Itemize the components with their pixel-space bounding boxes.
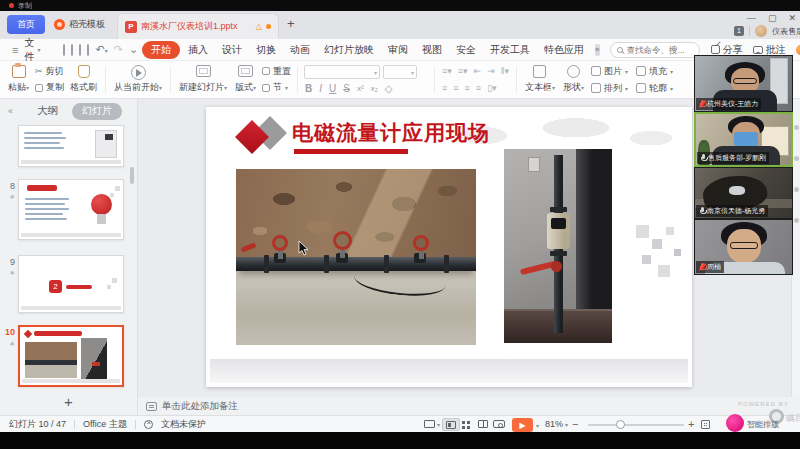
align-right-icon[interactable]: ≡ <box>465 83 470 93</box>
rail-icon[interactable] <box>794 156 799 161</box>
close-button[interactable]: ✕ <box>788 13 796 23</box>
theme-name[interactable]: Office 主题 <box>83 418 127 431</box>
shapes-button[interactable]: 形状▾ <box>559 63 588 96</box>
columns-icon[interactable]: ▯▾ <box>487 83 496 93</box>
home-tab[interactable]: 首页 <box>7 15 45 34</box>
numbering-icon[interactable]: ≡▾ <box>458 66 468 76</box>
clear-format-icon[interactable]: ◇ <box>385 83 393 94</box>
more-tabs-icon[interactable]: » <box>595 44 599 56</box>
rail-icon[interactable] <box>794 125 799 130</box>
arrange-button[interactable]: 排列▾ <box>591 82 628 95</box>
ribbon-tab-animations[interactable]: 动画 <box>284 41 316 59</box>
strikethrough-button[interactable]: S <box>343 83 350 94</box>
rail-icon[interactable] <box>794 187 799 192</box>
justify-icon[interactable]: ≡ <box>476 83 481 93</box>
textbox-button[interactable]: 文本框▾ <box>521 63 559 96</box>
photo-outdoor-pipeline[interactable] <box>236 169 476 345</box>
slide-thumbnail-8[interactable] <box>18 179 124 240</box>
maximize-button[interactable]: ▢ <box>768 13 777 23</box>
ribbon-tab-home[interactable]: 开始 <box>142 41 180 59</box>
bullets-icon[interactable]: ≡▾ <box>442 66 452 76</box>
outline-tab[interactable]: 大纲 <box>37 104 58 118</box>
outline-button[interactable]: 轮廓▾ <box>636 82 673 95</box>
ribbon-tab-view[interactable]: 视图 <box>416 41 448 59</box>
projector-button[interactable] <box>493 416 505 432</box>
slide-thumbnail-9[interactable]: 2 <box>18 255 124 313</box>
zoom-level[interactable]: 81%▾ <box>545 416 568 432</box>
ribbon-tab-devtools[interactable]: 开发工具 <box>484 41 536 59</box>
ribbon-tab-insert[interactable]: 插入 <box>182 41 214 59</box>
collapse-panel-icon[interactable]: « <box>8 106 13 116</box>
underline-button[interactable]: U <box>329 83 336 94</box>
bold-button[interactable]: B <box>305 83 312 94</box>
redo-icon[interactable]: ↷ <box>114 43 123 56</box>
rail-icon[interactable] <box>794 218 799 223</box>
participant-video-1[interactable]: 杭州美仪-王皓力 <box>694 55 793 112</box>
print-icon[interactable] <box>71 44 73 56</box>
new-tab-button[interactable]: + <box>287 16 295 31</box>
fit-to-window-button[interactable] <box>701 416 710 432</box>
view-mode-button[interactable]: ▾ <box>424 416 440 432</box>
participant-video-4[interactable]: 周楠 <box>694 219 793 275</box>
search-input[interactable] <box>627 45 689 55</box>
ribbon-tab-review[interactable]: 审阅 <box>382 41 414 59</box>
protection-status[interactable]: 文档未保护 <box>161 418 206 431</box>
slide-title[interactable]: 电磁流量计应用现场 <box>292 119 490 147</box>
promo-button[interactable]: 有奖赏 ▾ <box>796 43 800 57</box>
slide-thumbnail-7[interactable] <box>18 125 124 167</box>
zoom-slider-knob[interactable] <box>616 420 625 429</box>
reading-view-button[interactable] <box>478 416 488 432</box>
ribbon-tab-special[interactable]: 特色应用 <box>538 41 590 59</box>
italic-button[interactable]: I <box>319 83 322 94</box>
photo-indoor-flowmeter[interactable] <box>504 149 612 343</box>
slide-sorter-button[interactable] <box>462 416 470 432</box>
ribbon-tab-transitions[interactable]: 切换 <box>250 41 282 59</box>
zoom-in-button[interactable]: + <box>688 416 694 432</box>
slide-thumbnail-10-current[interactable] <box>18 325 124 387</box>
undo-icon[interactable]: ↶▾ <box>95 43 107 56</box>
slides-tab[interactable]: 幻灯片 <box>72 103 122 120</box>
panel-scrollbar[interactable] <box>130 167 134 184</box>
zoom-out-button[interactable]: − <box>572 416 578 432</box>
section-button[interactable]: 节▾ <box>260 81 293 94</box>
participant-video-2[interactable]: 售后服务部-罗鹏刚 <box>694 112 793 167</box>
layout-button[interactable]: 版式▾ <box>231 63 260 96</box>
cut-button[interactable]: ✂剪切 <box>33 65 66 78</box>
fill-button[interactable]: 填充▾ <box>636 65 673 78</box>
slide-10[interactable]: 电磁流量计应用现场 <box>206 107 692 387</box>
save-icon[interactable] <box>63 44 65 56</box>
preview-icon[interactable] <box>87 44 89 56</box>
export-icon[interactable] <box>79 44 81 56</box>
format-painter-button[interactable]: 格式刷 <box>66 63 101 96</box>
slideshow-play-button[interactable]: ▶▾ <box>512 417 539 432</box>
document-tab[interactable]: P 南溪水厂仪表培训1.pptx △ <box>117 13 279 39</box>
font-family-select[interactable]: ▾ <box>304 65 380 79</box>
account-area[interactable]: 1 仪表售后 <box>734 25 800 37</box>
minimize-button[interactable]: — <box>747 13 756 23</box>
reset-button[interactable]: 重置 <box>260 65 293 78</box>
docer-templates-tab[interactable]: 稻壳模板 <box>50 15 109 34</box>
line-spacing-icon[interactable]: ‖▾ <box>501 66 509 76</box>
ribbon-tab-slideshow[interactable]: 幻灯片放映 <box>318 41 380 59</box>
picture-button[interactable]: 图片▾ <box>591 65 628 78</box>
new-slide-button[interactable]: 新建幻灯片▾ <box>175 63 231 96</box>
align-center-icon[interactable]: ≡ <box>453 83 458 93</box>
copy-button[interactable]: 复制 <box>33 81 66 94</box>
indent-increase-icon[interactable]: ⇥ <box>487 66 495 76</box>
play-from-current-button[interactable]: 从当前开始▾ <box>110 63 166 96</box>
subscript-button[interactable]: x₂ <box>371 84 378 93</box>
quick-access-icon[interactable]: ⌄ <box>129 43 138 56</box>
participant-video-3[interactable]: 南京倍天德-杨光勇 <box>694 167 793 219</box>
assistant-logo-icon[interactable] <box>726 414 744 432</box>
command-search[interactable] <box>610 42 700 58</box>
notes-bar[interactable]: 单击此处添加备注 <box>138 397 800 415</box>
ribbon-tab-design[interactable]: 设计 <box>216 41 248 59</box>
indent-decrease-icon[interactable]: ⇤ <box>474 66 482 76</box>
align-left-icon[interactable]: ≡ <box>442 83 447 93</box>
superscript-button[interactable]: x² <box>357 84 364 93</box>
font-size-select[interactable]: ▾ <box>383 65 417 79</box>
add-slide-button[interactable]: + <box>0 393 137 413</box>
file-menu[interactable]: ≡ 文件 ▾ <box>9 36 40 64</box>
zoom-slider-track[interactable] <box>588 424 684 426</box>
normal-view-button[interactable] <box>442 418 460 431</box>
